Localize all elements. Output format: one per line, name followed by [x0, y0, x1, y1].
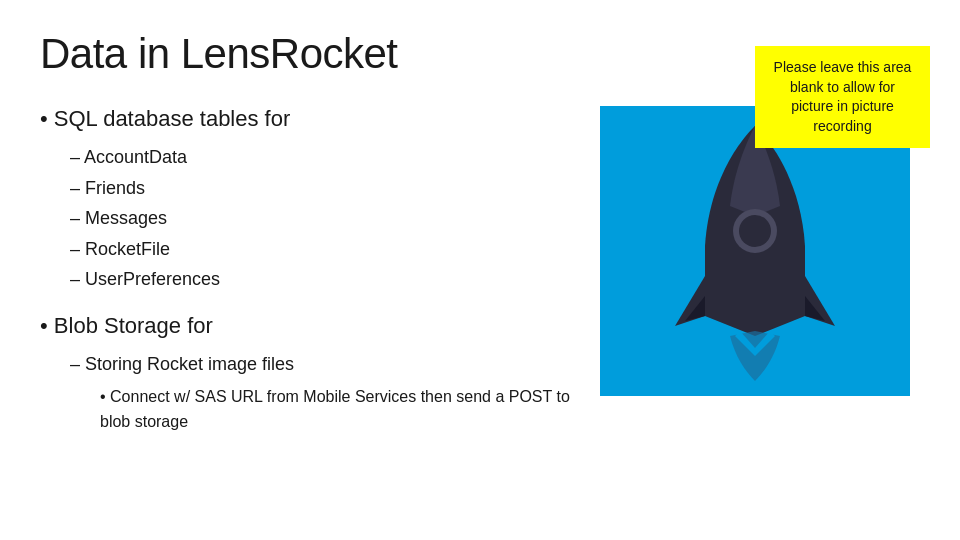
blob-section: Blob Storage for Storing Rocket image fi…: [40, 313, 580, 435]
list-item: UserPreferences: [70, 264, 580, 295]
blob-sub-sub-list: Connect w/ SAS URL from Mobile Services …: [100, 384, 580, 435]
blob-sub-list: Storing Rocket image files Connect w/ SA…: [70, 349, 580, 435]
sql-sub-list: AccountData Friends Messages RocketFile …: [70, 142, 580, 295]
list-item: Connect w/ SAS URL from Mobile Services …: [100, 384, 580, 435]
rocket-svg: [655, 116, 855, 386]
right-panel: Please leave this area blank to allow fo…: [600, 106, 920, 453]
yellow-note-text: Please leave this area blank to allow fo…: [774, 59, 912, 134]
list-item: Friends: [70, 173, 580, 204]
list-item: Storing Rocket image files Connect w/ SA…: [70, 349, 580, 435]
blob-bullet: Blob Storage for: [40, 313, 580, 339]
left-content: SQL database tables for AccountData Frie…: [40, 106, 600, 453]
sql-bullet: SQL database tables for: [40, 106, 580, 132]
rocket-image: [600, 106, 910, 396]
sql-section: SQL database tables for AccountData Frie…: [40, 106, 580, 295]
list-item: Messages: [70, 203, 580, 234]
yellow-note: Please leave this area blank to allow fo…: [755, 46, 930, 148]
svg-point-1: [739, 215, 771, 247]
list-item: RocketFile: [70, 234, 580, 265]
slide: Data in LensRocket SQL database tables f…: [0, 0, 960, 540]
content-area: SQL database tables for AccountData Frie…: [40, 106, 920, 453]
list-item: AccountData: [70, 142, 580, 173]
